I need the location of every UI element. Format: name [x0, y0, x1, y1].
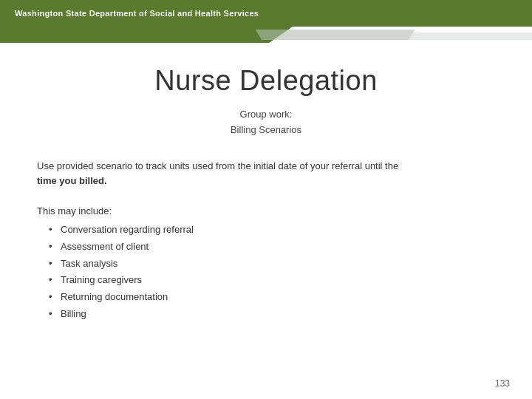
subtitle-line1: Group work: [37, 107, 495, 123]
list-intro: This may include: [37, 204, 495, 219]
page-number: 133 [495, 378, 510, 389]
list-item: Conversation regarding referral [49, 222, 495, 238]
header-decoration [0, 27, 532, 43]
header-bar: Washington State Department of Social an… [0, 0, 532, 27]
bullet-list: Conversation regarding referral Assessme… [37, 222, 495, 322]
deco-lightgray [383, 33, 532, 40]
deco-green [0, 27, 293, 43]
list-item: Assessment of client [49, 239, 495, 255]
intro-bold: time you billed. [37, 175, 107, 186]
subtitle-line2: Billing Scenarios [37, 123, 495, 138]
list-item: Billing [49, 307, 495, 322]
page-title: Nurse Delegation [37, 65, 495, 97]
list-item: Task analysis [49, 256, 495, 272]
list-item: Training caregivers [49, 273, 495, 288]
subtitle-block: Group work: Billing Scenarios [37, 107, 495, 138]
list-section: This may include: Conversation regarding… [37, 204, 495, 322]
main-content: Nurse Delegation Group work: Billing Sce… [0, 50, 532, 338]
list-item: Returning documentation [49, 290, 495, 305]
intro-paragraph: Use provided scenario to track units use… [37, 159, 495, 190]
org-title: Washington State Department of Social an… [15, 9, 259, 18]
intro-text: Use provided scenario to track units use… [37, 160, 398, 171]
